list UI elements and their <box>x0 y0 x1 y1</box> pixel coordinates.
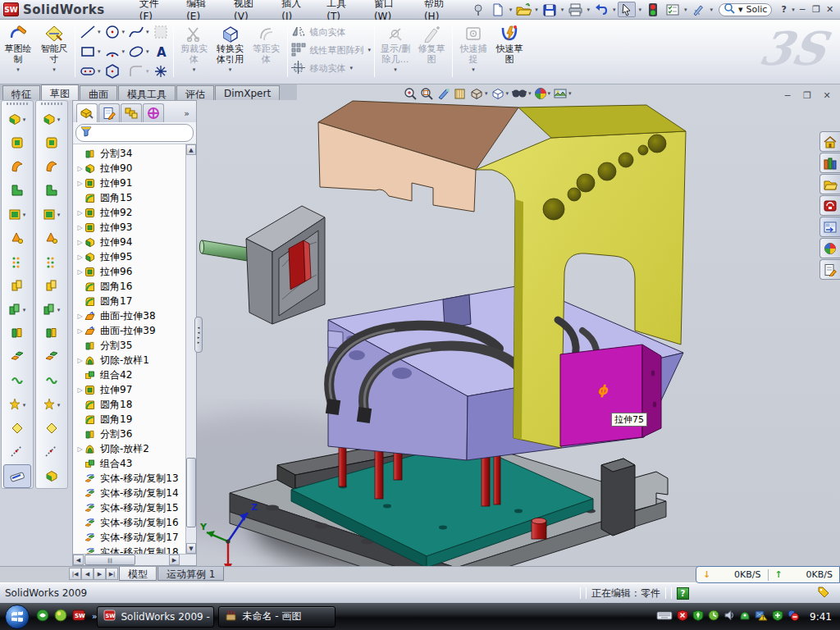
security-shield-icon[interactable] <box>692 609 704 623</box>
tree-item[interactable]: ▷ 拉伸91 <box>73 176 196 190</box>
dimxpert-manager-tab[interactable] <box>143 103 164 122</box>
offset-entities-button[interactable]: 等距实体 <box>249 20 285 82</box>
prev-tab-button[interactable]: ◀ <box>81 568 94 580</box>
rapid-sketch-button[interactable]: 快速草图 <box>491 20 527 82</box>
mold-tool-icon-9[interactable]: ▾ <box>2 298 33 322</box>
chevron-down-icon[interactable]: ▾ <box>485 90 488 97</box>
chevron-down-icon[interactable]: ▾ <box>98 68 101 75</box>
line-tool[interactable]: ▾ <box>78 22 103 42</box>
tree-item[interactable]: 圆角19 <box>73 412 196 427</box>
sketch-fillet-tool[interactable]: ▾ <box>126 62 151 81</box>
measure-tool-icon[interactable] <box>3 464 31 488</box>
chevron-down-icon[interactable]: ▾ <box>710 7 713 13</box>
mold-tool-icon-13[interactable]: ▾ <box>36 393 67 417</box>
print-icon[interactable] <box>566 2 584 17</box>
quick-snaps-button[interactable]: 快速捕捉▾ <box>455 20 491 82</box>
chevron-down-icon[interactable]: ▾ <box>98 48 101 55</box>
chevron-down-icon[interactable]: ▾ <box>587 7 590 13</box>
antivirus-icon[interactable] <box>677 609 688 623</box>
keyboard-icon[interactable] <box>656 610 673 623</box>
mold-tool-icon-11[interactable] <box>2 345 33 369</box>
tab-DimXpert[interactable]: DimXpert <box>215 85 280 100</box>
tree-item[interactable]: ▷ 切除-放样1 <box>73 353 196 368</box>
messenger-icon[interactable] <box>739 609 751 623</box>
view-palette-tab[interactable] <box>819 217 840 237</box>
tree-item[interactable]: ▷ 拉伸92 <box>73 205 196 220</box>
update-badge-icon[interactable] <box>708 609 719 623</box>
quick-launch-icon-2[interactable] <box>54 609 67 624</box>
chevron-down-icon[interactable]: ▾ <box>528 90 532 97</box>
mold-tool-icon-4[interactable] <box>2 179 33 203</box>
scrollbar-thumb[interactable] <box>186 458 196 527</box>
expand-arrow-icon[interactable]: ▷ <box>75 165 84 172</box>
expand-arrow-icon[interactable]: ▷ <box>75 239 84 246</box>
tree-item[interactable]: 分割35 <box>73 338 196 353</box>
mold-tool-icon-2[interactable] <box>2 131 33 155</box>
tree-item[interactable]: ▷ 拉伸93 <box>73 220 196 235</box>
display-delete-relations-button[interactable]: 显示/删除几...▾ <box>377 20 413 82</box>
custom-properties-tab[interactable] <box>819 259 840 280</box>
mold-tool-icon-12[interactable] <box>2 369 33 393</box>
ellipse-tool[interactable]: ▾ <box>126 42 151 62</box>
tree-item[interactable]: 实体-移动/复制18 <box>73 545 196 554</box>
taskbar-button-paint[interactable]: 未命名 - 画图 <box>218 606 336 628</box>
tree-item[interactable]: ▷ 切除-放样2 <box>73 441 196 456</box>
new-document-icon[interactable] <box>489 2 507 17</box>
chevron-down-icon[interactable]: ▾ <box>548 90 551 97</box>
network-warning-icon[interactable]: ! <box>755 609 768 623</box>
appearances-tab[interactable] <box>819 238 840 258</box>
expand-arrow-icon[interactable]: ▷ <box>75 224 84 231</box>
mold-tool-icon-13[interactable]: ▾ <box>2 393 33 417</box>
mold-tool-icon-4[interactable] <box>36 179 67 203</box>
tree-item[interactable]: ▷ 拉伸97 <box>73 382 196 397</box>
hide-show-icon[interactable]: ▾ <box>511 88 532 99</box>
expand-arrow-icon[interactable]: ▷ <box>75 268 84 276</box>
rotate-view-icon[interactable] <box>436 87 451 100</box>
chevron-down-icon[interactable]: ▾ <box>229 66 232 73</box>
tab-草图[interactable]: 草图 <box>41 84 79 100</box>
chevron-down-icon[interactable]: ▾ <box>368 47 372 53</box>
model-tab-运动算例 1[interactable]: 运动算例 1 <box>158 567 224 581</box>
doc-minimize-button[interactable]: ─ <box>781 89 794 102</box>
chevron-down-icon[interactable]: ▾ <box>568 90 572 97</box>
tree-item[interactable]: 组合42 <box>73 368 196 382</box>
expand-arrow-icon[interactable]: ▷ <box>75 386 84 394</box>
chevron-down-icon[interactable]: ▾ <box>561 7 564 13</box>
mold-tool-icon-10[interactable] <box>2 322 33 345</box>
mold-tool-icon-3[interactable] <box>2 155 33 179</box>
tree-item[interactable]: 圆角15 <box>73 190 196 205</box>
expand-arrow-icon[interactable]: ▷ <box>75 327 84 335</box>
rectangle-tool[interactable]: ▾ <box>78 42 103 62</box>
zoom-fit-icon[interactable] <box>404 87 418 100</box>
tree-item[interactable]: 实体-移动/复制13 <box>73 471 196 486</box>
property-manager-tab[interactable] <box>98 103 120 122</box>
expand-arrow-icon[interactable]: ▷ <box>75 445 84 453</box>
mold-tool-icon-1[interactable]: ▾ <box>36 107 67 131</box>
chevron-down-icon[interactable]: ▾ <box>122 29 126 35</box>
repair-sketch-button[interactable]: 修复草图 <box>413 20 450 82</box>
mold-tool-icon-3[interactable] <box>36 155 67 179</box>
taskbar-button-solidworks[interactable]: SW SolidWorks 2009 - ... <box>97 606 214 628</box>
select-icon[interactable] <box>618 2 636 17</box>
mold-tool-icon-7[interactable] <box>2 250 33 274</box>
chevron-down-icon[interactable]: ▾ <box>472 66 475 73</box>
mirror-entities-button[interactable]: 镜向实体 <box>290 23 372 41</box>
chevron-down-icon[interactable]: ▾ <box>638 7 641 13</box>
expand-arrow-icon[interactable]: ▷ <box>75 209 84 217</box>
mold-tool-icon-6[interactable] <box>36 226 67 250</box>
minimize-button[interactable]: ─ <box>796 3 810 16</box>
tree-item[interactable]: 圆角17 <box>73 294 196 308</box>
chevron-down-icon[interactable]: ▾ <box>792 7 795 13</box>
tree-item[interactable]: 实体-移动/复制14 <box>73 486 196 500</box>
start-button[interactable] <box>5 605 30 629</box>
design-library-tab[interactable] <box>819 153 840 173</box>
tree-item[interactable]: 分割36 <box>73 427 196 441</box>
tree-item[interactable]: ▷ 拉伸94 <box>73 235 196 249</box>
mold-tool-icon-8[interactable] <box>2 274 33 298</box>
move-entities-button[interactable]: 移动实体▾ <box>290 59 372 77</box>
tree-item[interactable]: 实体-移动/复制17 <box>73 530 196 545</box>
solidworks-resources-tab[interactable] <box>819 131 840 152</box>
mold-tool-icon-5[interactable]: ▾ <box>2 203 33 226</box>
polygon-tool[interactable] <box>103 62 127 81</box>
last-tab-button[interactable]: ▶| <box>106 568 118 580</box>
